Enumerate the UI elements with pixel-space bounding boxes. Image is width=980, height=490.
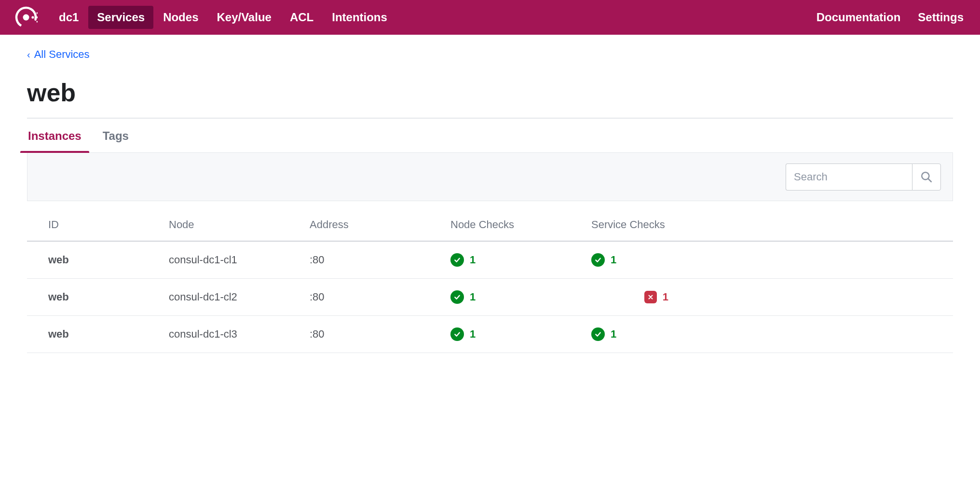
check-circle-icon bbox=[450, 290, 464, 304]
svg-point-3 bbox=[34, 14, 36, 16]
cell-node-checks: 1 bbox=[450, 316, 591, 353]
title-divider bbox=[27, 118, 953, 119]
node-check-status: 1 bbox=[450, 290, 476, 304]
cell-node: consul-dc1-cl1 bbox=[169, 241, 310, 279]
nav-documentation[interactable]: Documentation bbox=[817, 11, 901, 24]
svg-point-7 bbox=[36, 21, 38, 22]
node-check-status-count: 1 bbox=[470, 254, 476, 266]
search-wrap bbox=[786, 163, 941, 191]
search-button[interactable] bbox=[912, 163, 941, 191]
svg-point-6 bbox=[36, 12, 38, 14]
check-circle-icon bbox=[591, 327, 605, 341]
breadcrumb-all-services[interactable]: ‹ All Services bbox=[27, 48, 953, 61]
service-check-status: 1 bbox=[591, 327, 616, 341]
col-header-node: Node bbox=[169, 218, 310, 241]
col-header-address: Address bbox=[310, 218, 450, 241]
svg-point-2 bbox=[31, 16, 34, 18]
col-header-node-checks: Node Checks bbox=[450, 218, 591, 241]
breadcrumb-label: All Services bbox=[34, 48, 90, 61]
cell-address: :80 bbox=[310, 241, 450, 279]
node-check-status: 1 bbox=[450, 253, 476, 267]
nav-right: Documentation Settings bbox=[817, 11, 966, 24]
cell-service-checks: 1 bbox=[591, 241, 953, 279]
cell-address: :80 bbox=[310, 279, 450, 316]
search-icon bbox=[920, 171, 933, 183]
cell-node: consul-dc1-cl3 bbox=[169, 316, 310, 353]
page-body: ‹ All Services web Instances Tags ID Nod… bbox=[0, 35, 980, 353]
cell-service-checks: 1 bbox=[591, 279, 953, 316]
check-circle-icon bbox=[591, 253, 605, 267]
nav-left: dc1 Services Nodes Key/Value ACL Intenti… bbox=[50, 6, 396, 29]
consul-logo-icon bbox=[14, 6, 38, 29]
svg-point-4 bbox=[34, 19, 36, 21]
nav-item-nodes[interactable]: Nodes bbox=[154, 6, 207, 29]
col-header-id: ID bbox=[27, 218, 169, 241]
instances-table: ID Node Address Node Checks Service Chec… bbox=[27, 218, 953, 353]
cell-service-checks: 1 bbox=[591, 316, 953, 353]
tab-tags[interactable]: Tags bbox=[102, 127, 130, 152]
cell-node: consul-dc1-cl2 bbox=[169, 279, 310, 316]
nav-item-acl[interactable]: ACL bbox=[281, 6, 322, 29]
nav-datacenter[interactable]: dc1 bbox=[50, 6, 87, 29]
service-check-status: 1 bbox=[591, 253, 616, 267]
chevron-left-icon: ‹ bbox=[27, 49, 30, 60]
service-check-status: 1 bbox=[644, 291, 668, 303]
nav-item-intentions[interactable]: Intentions bbox=[323, 6, 396, 29]
service-check-status-count: 1 bbox=[611, 254, 616, 266]
svg-point-1 bbox=[23, 14, 29, 21]
check-circle-icon bbox=[450, 327, 464, 341]
cell-address: :80 bbox=[310, 316, 450, 353]
service-check-status-count: 1 bbox=[663, 291, 668, 303]
filter-bar bbox=[27, 153, 953, 201]
tabs: Instances Tags bbox=[27, 127, 953, 153]
nav-item-services[interactable]: Services bbox=[88, 6, 153, 29]
node-check-status-count: 1 bbox=[470, 328, 476, 340]
check-circle-icon bbox=[450, 253, 464, 267]
service-check-status-count: 1 bbox=[611, 328, 616, 340]
cell-id: web bbox=[27, 316, 169, 353]
table-row[interactable]: web consul-dc1-cl2 :80 1 1 bbox=[27, 279, 953, 316]
consul-logo bbox=[14, 5, 39, 30]
col-header-service-checks: Service Checks bbox=[591, 218, 953, 241]
search-input[interactable] bbox=[786, 163, 912, 191]
node-check-status-count: 1 bbox=[470, 291, 476, 303]
table-header-row: ID Node Address Node Checks Service Chec… bbox=[27, 218, 953, 241]
top-nav: dc1 Services Nodes Key/Value ACL Intenti… bbox=[0, 0, 980, 35]
cell-node-checks: 1 bbox=[450, 279, 591, 316]
cell-id: web bbox=[27, 279, 169, 316]
node-check-status: 1 bbox=[450, 327, 476, 341]
tab-instances[interactable]: Instances bbox=[27, 127, 82, 152]
table-row[interactable]: web consul-dc1-cl3 :80 1 1 bbox=[27, 316, 953, 353]
cell-node-checks: 1 bbox=[450, 241, 591, 279]
svg-line-9 bbox=[928, 178, 931, 181]
nav-item-keyvalue[interactable]: Key/Value bbox=[208, 6, 280, 29]
nav-settings[interactable]: Settings bbox=[918, 11, 964, 24]
page-title: web bbox=[27, 78, 953, 107]
cell-id: web bbox=[27, 241, 169, 279]
table-row[interactable]: web consul-dc1-cl1 :80 1 1 bbox=[27, 241, 953, 279]
x-square-icon bbox=[644, 291, 657, 303]
